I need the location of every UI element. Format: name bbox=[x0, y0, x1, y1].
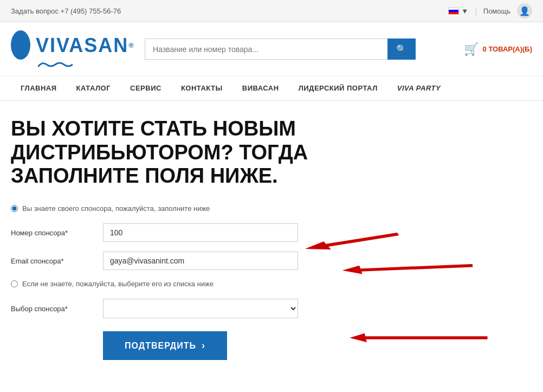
radio-choose-sponsor-label: Если не знаете, пожалуйста, выберите его… bbox=[22, 280, 214, 288]
confirm-button[interactable]: ПОДТВЕРДИТЬ › bbox=[103, 331, 227, 360]
confirm-chevron-icon: › bbox=[202, 340, 205, 351]
radio-know-sponsor-label: Вы знаете своего спонсора, пожалуйста, з… bbox=[22, 204, 210, 213]
sponsor-email-label: Email спонсора* bbox=[11, 257, 98, 265]
search-area: 🔍 bbox=[145, 38, 416, 60]
sponsor-number-row: Номер спонсора* bbox=[11, 223, 390, 242]
top-bar: Задать вопрос +7 (495) 755-56-76 ▼ | Пом… bbox=[0, 0, 543, 22]
radio-know-sponsor[interactable] bbox=[11, 205, 18, 212]
sponsor-select[interactable] bbox=[103, 299, 298, 318]
radio-row-1: Вы знаете своего спонсора, пожалуйста, з… bbox=[11, 204, 390, 213]
phone-label: Задать вопрос +7 (495) 755-56-76 bbox=[11, 7, 121, 15]
nav-item-vivaparty[interactable]: VIVA PARTY bbox=[387, 76, 450, 100]
flag-icon bbox=[448, 7, 459, 15]
search-button[interactable]: 🔍 bbox=[387, 38, 416, 60]
user-icon[interactable]: 👤 bbox=[517, 3, 532, 18]
sponsor-number-input[interactable] bbox=[103, 223, 298, 242]
logo-leaf-icon bbox=[11, 30, 38, 60]
header: VIVASAN® 🔍 🛒 0 ТОВАР(А)(Б) bbox=[0, 22, 543, 76]
nav-item-vivasan[interactable]: ВИВАСАН bbox=[232, 76, 289, 100]
svg-point-0 bbox=[11, 30, 30, 60]
logo-registered: ® bbox=[128, 41, 134, 49]
cart-icon: 🛒 bbox=[464, 42, 479, 56]
cart-label: 0 ТОВАР(А)(Б) bbox=[483, 45, 532, 53]
form-wrapper: Вы знаете своего спонсора, пожалуйста, з… bbox=[11, 204, 532, 360]
form-section: Вы знаете своего спонсора, пожалуйста, з… bbox=[11, 204, 390, 360]
sponsor-number-label: Номер спонсора* bbox=[11, 229, 98, 237]
nav-item-glavnaya[interactable]: ГЛАВНАЯ bbox=[11, 76, 67, 100]
lang-arrow: ▼ bbox=[461, 7, 468, 15]
sponsor-email-input[interactable] bbox=[103, 252, 298, 270]
logo-area[interactable]: VIVASAN® bbox=[11, 30, 134, 68]
nav-item-liderskiy[interactable]: ЛИДЕРСКИЙ ПОРТАЛ bbox=[289, 76, 387, 100]
nav-item-katalog[interactable]: КАТАЛОГ bbox=[67, 76, 120, 100]
search-input[interactable] bbox=[145, 38, 387, 60]
main-nav: ГЛАВНАЯ КАТАЛОГ СЕРВИС КОНТАКТЫ ВИВАСАН … bbox=[0, 76, 543, 101]
top-bar-right: ▼ | Помощь 👤 bbox=[448, 3, 532, 18]
nav-item-kontakty[interactable]: КОНТАКТЫ bbox=[171, 76, 232, 100]
logo-text: VIVASAN bbox=[36, 34, 128, 57]
radio-row-2: Если не знаете, пожалуйста, выберите его… bbox=[11, 280, 390, 288]
nav-item-servis[interactable]: СЕРВИС bbox=[120, 76, 171, 100]
logo-waves-icon bbox=[38, 61, 73, 68]
sponsor-email-row: Email спонсора* bbox=[11, 252, 390, 270]
divider: | bbox=[475, 7, 477, 15]
sponsor-select-row: Выбор спонсора* bbox=[11, 299, 390, 318]
radio-choose-sponsor[interactable] bbox=[11, 280, 18, 287]
confirm-btn-label: ПОДТВЕРДИТЬ bbox=[125, 341, 196, 351]
page-heading: ВЫ ХОТИТЕ СТАТЬ НОВЫМ ДИСТРИБЬЮТОРОМ? ТО… bbox=[11, 117, 390, 188]
cart-area[interactable]: 🛒 0 ТОВАР(А)(Б) bbox=[464, 42, 532, 56]
sponsor-select-label: Выбор спонсора* bbox=[11, 305, 98, 313]
help-link[interactable]: Помощь bbox=[483, 7, 510, 15]
main-content: ВЫ ХОТИТЕ СТАТЬ НОВЫМ ДИСТРИБЬЮТОРОМ? ТО… bbox=[0, 101, 543, 382]
lang-selector[interactable]: ▼ bbox=[448, 7, 468, 15]
